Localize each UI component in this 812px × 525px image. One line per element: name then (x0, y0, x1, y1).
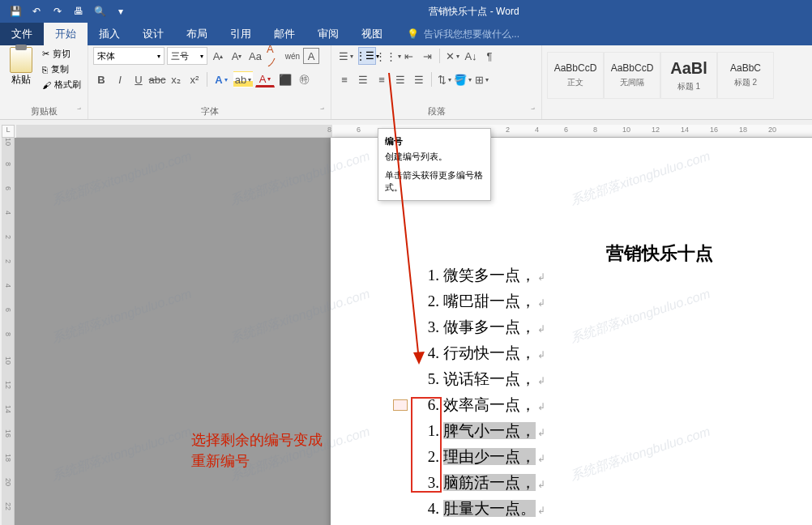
strike-button[interactable]: abc (149, 71, 165, 88)
style-normal[interactable]: AaBbCcD正文 (547, 52, 604, 99)
grow-font-button[interactable]: A▴ (210, 48, 226, 64)
line-spacing-button[interactable]: ⇅ (436, 71, 452, 88)
subscript-button[interactable]: x₂ (168, 71, 184, 88)
preview-button[interactable]: 🔍 (91, 2, 109, 20)
tab-review[interactable]: 审阅 (306, 23, 350, 45)
title-bar: 💾 ↶ ↷ 🖶 🔍 ▾ 营销快乐十点 - Word (0, 0, 812, 23)
undo-button[interactable]: ↶ (28, 2, 45, 20)
tell-me-search[interactable]: 💡 告诉我您想要做什么... (394, 23, 519, 45)
document-title: 营销快乐十点 (606, 241, 713, 266)
svg-marker-1 (413, 352, 425, 365)
indent-button[interactable]: ⇥ (419, 48, 435, 64)
copy-button[interactable]: ⎘复制 (41, 62, 83, 76)
bullets-button[interactable]: ☰ (336, 48, 356, 64)
redo-button[interactable]: ↷ (49, 2, 66, 20)
brush-icon: 🖌 (42, 80, 51, 90)
italic-button[interactable]: I (112, 71, 128, 88)
bold-button[interactable]: B (93, 71, 109, 88)
text-direction-button[interactable]: ✕ (444, 48, 460, 64)
numbering-button[interactable]: ⋮☰ (358, 47, 376, 65)
char-shading-button[interactable]: ⬛ (277, 71, 293, 88)
group-font: 宋体▾ 三号▾ A▴ A▾ Aa Aノ wén A B I U abc x₂ x… (88, 45, 331, 119)
shrink-font-button[interactable]: A▾ (229, 48, 245, 64)
change-case-button[interactable]: Aa (247, 48, 263, 64)
outdent-button[interactable]: ⇤ (400, 48, 417, 64)
shading-button[interactable]: 🪣 (455, 71, 471, 88)
tab-insert[interactable]: 插入 (88, 23, 131, 45)
char-border-button[interactable]: A (303, 48, 319, 64)
font-size-selector[interactable]: 三号▾ (167, 47, 207, 65)
list-item[interactable]: 4. 行动快一点，↲ (412, 341, 545, 367)
group-paragraph: ☰ ⋮☰ ⋮⋮ ⇤ ⇥ ✕ A↓ ¶ ≡ ☰ ≡ ☰ ☰ ⇅ 🪣 ⊞ (331, 45, 542, 119)
text-effects-button[interactable]: A (212, 71, 231, 88)
ribbon-tabs: 文件 开始 插入 设计 布局 引用 邮件 审阅 视图 💡 告诉我您想要做什么..… (0, 23, 812, 45)
format-painter-button[interactable]: 🖌格式刷 (41, 78, 83, 92)
print-button[interactable]: 🖶 (70, 2, 88, 20)
tab-references[interactable]: 引用 (219, 23, 263, 45)
list-item[interactable]: 4. 肚量大一点。↲ (412, 497, 545, 523)
paste-icon (10, 47, 32, 73)
paste-button[interactable]: 粘贴 (5, 47, 37, 87)
align-center-button[interactable]: ☰ (355, 71, 371, 88)
group-label-font: 字体 (93, 104, 326, 119)
scissors-icon: ✂ (42, 49, 49, 59)
sort-button[interactable]: A↓ (463, 48, 479, 64)
style-heading2[interactable]: AaBbC标题 2 (717, 52, 774, 99)
annotation-box (411, 397, 442, 493)
clear-format-button[interactable]: Aノ (266, 48, 282, 64)
lightbulb-icon: 💡 (407, 28, 419, 40)
tab-view[interactable]: 视图 (350, 23, 394, 45)
font-color-button[interactable]: A (255, 71, 275, 88)
annotation-arrow (381, 73, 430, 381)
underline-button[interactable]: U (130, 71, 147, 88)
phonetic-button[interactable]: wén (284, 48, 301, 64)
tab-home[interactable]: 开始 (44, 23, 88, 45)
font-family-selector[interactable]: 宋体▾ (93, 47, 165, 65)
group-clipboard: 粘贴 ✂剪切 ⎘复制 🖌格式刷 剪贴板 (0, 45, 88, 119)
quick-access-toolbar: 💾 ↶ ↷ 🖶 🔍 ▾ (0, 2, 136, 20)
group-styles: AaBbCcD正文 AaBbCcD无间隔 AaBl标题 1 AaBbC标题 2 (542, 45, 812, 119)
align-left-button[interactable]: ≡ (336, 71, 353, 88)
ruler-corner[interactable]: L (2, 125, 15, 138)
style-no-spacing[interactable]: AaBbCcD无间隔 (604, 52, 660, 99)
save-button[interactable]: 💾 (6, 2, 24, 20)
highlight-button[interactable]: ab (233, 71, 253, 88)
list-item[interactable]: 1. 微笑多一点，↲ (412, 263, 545, 289)
list-item[interactable]: 5. 说话轻一点，↲ (412, 367, 545, 393)
tab-file[interactable]: 文件 (0, 23, 44, 45)
group-label-clipboard: 剪贴板 (5, 104, 83, 119)
enclose-char-button[interactable]: ㊕ (296, 71, 312, 88)
svg-line-0 (389, 73, 419, 361)
superscript-button[interactable]: x² (186, 71, 203, 88)
qat-more-button[interactable]: ▾ (112, 2, 130, 20)
copy-icon: ⎘ (42, 65, 48, 75)
show-marks-button[interactable]: ¶ (481, 48, 498, 64)
annotation-text: 选择剩余的编号变成 重新编号 (191, 429, 323, 472)
tab-design[interactable]: 设计 (131, 23, 175, 45)
list-item[interactable]: 2. 嘴巴甜一点，↲ (412, 289, 545, 315)
window-title: 营销快乐十点 - Word (136, 5, 812, 19)
borders-button[interactable]: ⊞ (473, 71, 489, 88)
multilevel-button[interactable]: ⋮⋮ (378, 48, 398, 64)
cut-button[interactable]: ✂剪切 (41, 47, 83, 61)
vertical-ruler[interactable]: 108642246810121416182022 (2, 138, 15, 525)
tab-layout[interactable]: 布局 (175, 23, 219, 45)
list-item[interactable]: 3. 做事多一点，↲ (412, 315, 545, 341)
group-label-paragraph: 段落 (336, 104, 536, 119)
style-heading1[interactable]: AaBl标题 1 (660, 52, 717, 99)
smart-tag-icon[interactable] (393, 399, 408, 411)
